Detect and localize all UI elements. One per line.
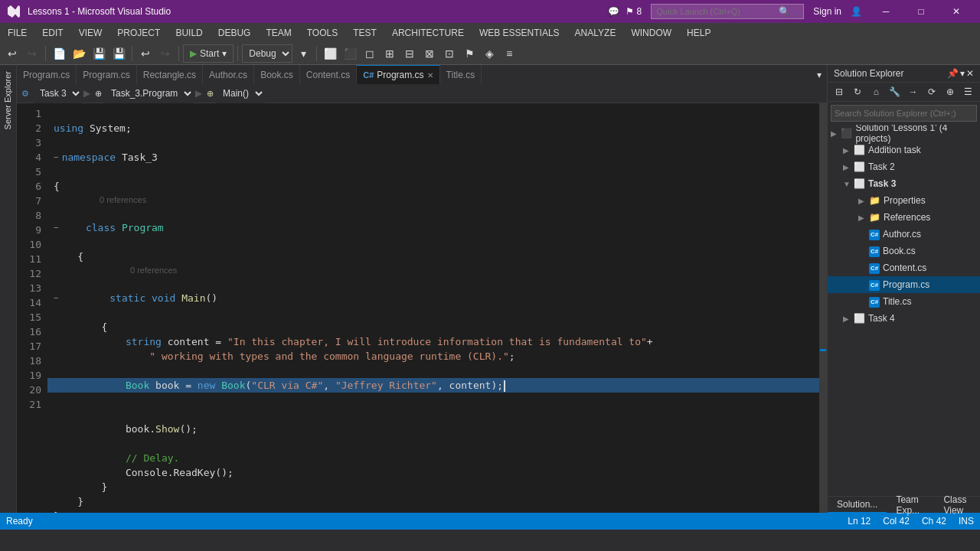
tree-program-cs[interactable]: ▶ C# Program.cs (828, 276, 980, 293)
se-view-btn[interactable]: ☰ (960, 83, 977, 101)
tab-program-cs-2[interactable]: Program.cs (77, 65, 136, 84)
toolbar-saveall-btn[interactable]: 💾 (109, 44, 128, 63)
minimize-button[interactable]: ─ (868, 0, 903, 23)
toolbar-misc-btn6[interactable]: ⊠ (420, 44, 439, 63)
se-home-btn[interactable]: ⌂ (867, 83, 884, 101)
se-nav-btn[interactable]: → (905, 83, 922, 101)
close-button[interactable]: ✕ (939, 0, 974, 23)
code-editor[interactable]: 1 2 3 4 5 6 7 8 9 10 11 12 13 14 15 16 1… (17, 103, 827, 513)
solution-explorer-tab[interactable]: Solution... (828, 497, 887, 514)
debug-config-select[interactable]: Debug (242, 44, 292, 63)
toolbar-undo-btn[interactable]: ↩ (136, 44, 155, 63)
se-search-input[interactable] (831, 105, 977, 122)
code-line-5: − class Program (54, 220, 819, 235)
se-close-icon[interactable]: ✕ (966, 68, 974, 79)
task-select[interactable]: Task 3 (34, 84, 82, 103)
menu-build[interactable]: BUILD (168, 23, 210, 42)
tree-content-cs[interactable]: ▶ C# Content.cs (828, 259, 980, 276)
team-explorer-tab[interactable]: Team Exp... (887, 497, 934, 514)
scroll-marker[interactable] (819, 103, 827, 513)
title-cs-icon: C# (869, 295, 880, 308)
menu-web-essentials[interactable]: WEB ESSENTIALS (472, 23, 567, 42)
tab-content-cs[interactable]: Content.cs (300, 65, 357, 84)
toolbar-misc-btn8[interactable]: ⚑ (460, 44, 479, 63)
tree-book-cs[interactable]: ▶ C# Book.cs (828, 243, 980, 259)
task4-icon: ⬜ (854, 313, 865, 324)
author-cs-label: Author.cs (883, 229, 921, 240)
se-refresh-btn[interactable]: ↻ (849, 83, 866, 101)
tab-title-cs[interactable]: Title.cs (440, 65, 482, 84)
line-num: 10 (20, 237, 41, 252)
maximize-button[interactable]: □ (903, 0, 939, 23)
se-pin-icon[interactable]: 📌 (947, 68, 959, 79)
method-select[interactable]: Main() (217, 84, 265, 103)
namespace-select[interactable]: Task_3.Program (105, 84, 194, 103)
tree-addition-task[interactable]: ▶ ⬜ Addition task (828, 142, 980, 158)
tree-task4[interactable]: ▶ ⬜ Task 4 (828, 310, 980, 327)
location-bar: ⚙ Task 3 ▶ ⊕ Task_3.Program ▶ ⊕ Main() (17, 84, 827, 103)
toolbar-misc-btn10[interactable]: ≡ (500, 44, 518, 63)
toolbar-misc-btn5[interactable]: ⊟ (400, 44, 419, 63)
line-num: 17 (20, 339, 41, 354)
tab-program-cs-1[interactable]: Program.cs (17, 65, 77, 84)
tree-solution[interactable]: ▶ ⬛ Solution 'Lessons 1' (4 projects) (828, 125, 980, 142)
toolbar-forward-btn[interactable]: ↪ (23, 44, 41, 63)
tree-task2[interactable]: ▶ ⬜ Task 2 (828, 158, 980, 175)
class-view-tab[interactable]: Class View (934, 497, 980, 514)
tree-author-cs[interactable]: ▶ C# Author.cs (828, 226, 980, 243)
menu-tools[interactable]: TOOLS (299, 23, 345, 42)
notification-icon[interactable]: 💬 (608, 6, 619, 17)
tab-overflow-button[interactable]: ▾ (812, 65, 827, 84)
toolbar-save-btn[interactable]: 💾 (90, 44, 108, 63)
menu-architecture[interactable]: ARCHITECTURE (384, 23, 472, 42)
start-button[interactable]: ▶ Start ▾ (183, 44, 234, 63)
toolbar-misc-btn7[interactable]: ⊡ (440, 44, 459, 63)
code-content[interactable]: using System; −namespace Task_3 { 0 refe… (47, 103, 819, 513)
play-icon: ▶ (190, 48, 197, 59)
toolbar-new-btn[interactable]: 📄 (50, 44, 68, 63)
menu-team[interactable]: TEAM (258, 23, 299, 42)
toolbar-misc-btn3[interactable]: ◻ (361, 44, 379, 63)
toolbar-open-btn[interactable]: 📂 (70, 44, 88, 63)
sign-in-link[interactable]: Sign in (813, 6, 841, 17)
server-explorer-tab[interactable]: Server Explorer (0, 65, 16, 135)
menu-help[interactable]: HELP (679, 23, 718, 42)
tab-close-icon[interactable]: ✕ (427, 71, 433, 80)
quick-launch-box[interactable]: 🔍 (651, 4, 804, 19)
toolbar: ↩ ↪ 📄 📂 💾 💾 ↩ ↪ ▶ Start ▾ Debug ▾ ⬜ ⬛ ◻ … (0, 42, 980, 65)
tab-rectangle-cs[interactable]: Rectangle.cs (137, 65, 203, 84)
se-dropdown-icon[interactable]: ▾ (960, 68, 965, 79)
tab-author-cs[interactable]: Author.cs (203, 65, 254, 84)
status-bar: Ready Ln 12 Col 42 Ch 42 INS (0, 513, 980, 530)
tab-book-cs[interactable]: Book.cs (254, 65, 300, 84)
code-line-14: book.Show(); (54, 423, 198, 435)
tree-title-cs[interactable]: ▶ C# Title.cs (828, 293, 980, 310)
menu-project[interactable]: PROJECT (109, 23, 168, 42)
tab-program-cs-active[interactable]: C# Program.cs ✕ (357, 65, 439, 84)
tree-properties[interactable]: ▶ 📁 Properties (828, 192, 980, 209)
toolbar-misc-btn4[interactable]: ⊞ (381, 44, 399, 63)
se-collapse-btn[interactable]: ⊟ (831, 83, 848, 101)
addition-task-icon: ⬜ (854, 145, 865, 155)
se-refresh2-btn[interactable]: ⟳ (923, 83, 940, 101)
toolbar-config-dropdown-icon[interactable]: ▾ (294, 44, 312, 63)
menu-analyze[interactable]: ANALYZE (567, 23, 624, 42)
quick-launch-input[interactable] (656, 7, 779, 16)
toolbar-redo-btn[interactable]: ↪ (156, 44, 175, 63)
se-filter-btn[interactable]: ⊕ (942, 83, 959, 101)
toolbar-misc-btn1[interactable]: ⬜ (321, 44, 339, 63)
menu-window[interactable]: WINDOW (623, 23, 679, 42)
properties-icon: 📁 (869, 195, 880, 206)
menu-test[interactable]: TEST (345, 23, 384, 42)
toolbar-misc-btn2[interactable]: ⬛ (341, 44, 359, 63)
toolbar-back-btn[interactable]: ↩ (3, 44, 21, 63)
toolbar-misc-btn9[interactable]: ◈ (480, 44, 498, 63)
menu-view[interactable]: VIEW (71, 23, 110, 42)
menu-file[interactable]: FILE (0, 23, 34, 42)
se-prop-btn[interactable]: 🔧 (886, 83, 903, 101)
menu-debug[interactable]: DEBUG (211, 23, 259, 42)
tree-task3[interactable]: ▼ ⬜ Task 3 (828, 175, 980, 192)
menu-edit[interactable]: EDIT (34, 23, 70, 42)
line-num: 21 (20, 397, 41, 412)
tree-references[interactable]: ▶ 📁 References (828, 209, 980, 226)
